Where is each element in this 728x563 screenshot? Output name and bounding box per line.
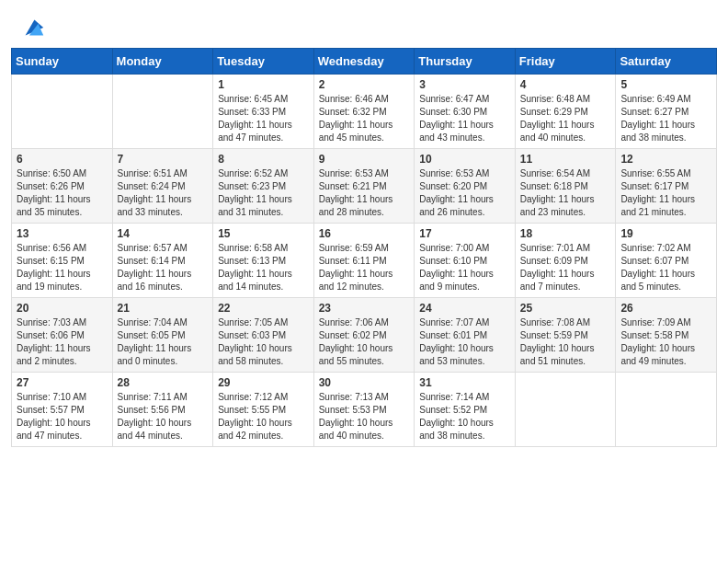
- calendar-cell: 23Sunrise: 7:06 AM Sunset: 6:02 PM Dayli…: [313, 298, 415, 373]
- day-number: 5: [620, 78, 711, 91]
- calendar-cell: 26Sunrise: 7:09 AM Sunset: 5:58 PM Dayli…: [616, 298, 717, 373]
- week-row-1: 1Sunrise: 6:45 AM Sunset: 6:33 PM Daylig…: [12, 75, 717, 149]
- weekday-header-monday: Monday: [112, 49, 213, 75]
- day-number: 10: [419, 153, 510, 166]
- day-number: 3: [419, 78, 510, 91]
- weekday-header-saturday: Saturday: [616, 49, 717, 75]
- day-number: 15: [218, 227, 309, 240]
- calendar-cell: [616, 373, 717, 447]
- calendar-cell: 29Sunrise: 7:12 AM Sunset: 5:55 PM Dayli…: [213, 373, 314, 447]
- day-info: Sunrise: 6:58 AM Sunset: 6:13 PM Dayligh…: [218, 242, 309, 293]
- weekday-header-wednesday: Wednesday: [313, 49, 415, 75]
- calendar-cell: 2Sunrise: 6:46 AM Sunset: 6:32 PM Daylig…: [313, 75, 415, 149]
- header: [0, 0, 728, 48]
- week-row-4: 20Sunrise: 7:03 AM Sunset: 6:06 PM Dayli…: [12, 298, 717, 373]
- calendar-cell: [515, 373, 616, 447]
- day-number: 22: [218, 302, 309, 315]
- day-number: 6: [17, 153, 108, 166]
- day-number: 23: [319, 302, 410, 315]
- day-number: 11: [520, 153, 611, 166]
- calendar-cell: 11Sunrise: 6:54 AM Sunset: 6:18 PM Dayli…: [515, 149, 616, 224]
- day-info: Sunrise: 7:14 AM Sunset: 5:52 PM Dayligh…: [419, 391, 510, 442]
- weekday-header-friday: Friday: [515, 49, 616, 75]
- day-info: Sunrise: 7:00 AM Sunset: 6:10 PM Dayligh…: [419, 242, 510, 293]
- day-info: Sunrise: 7:06 AM Sunset: 6:02 PM Dayligh…: [319, 316, 410, 368]
- day-info: Sunrise: 6:53 AM Sunset: 6:21 PM Dayligh…: [319, 167, 410, 219]
- week-row-3: 13Sunrise: 6:56 AM Sunset: 6:15 PM Dayli…: [12, 224, 717, 298]
- day-info: Sunrise: 6:45 AM Sunset: 6:33 PM Dayligh…: [218, 93, 309, 144]
- day-info: Sunrise: 6:53 AM Sunset: 6:20 PM Dayligh…: [419, 167, 510, 219]
- calendar-wrapper: SundayMondayTuesdayWednesdayThursdayFrid…: [0, 48, 728, 458]
- calendar-cell: 13Sunrise: 6:56 AM Sunset: 6:15 PM Dayli…: [12, 224, 113, 298]
- calendar-cell: 5Sunrise: 6:49 AM Sunset: 6:27 PM Daylig…: [616, 75, 717, 149]
- day-info: Sunrise: 6:51 AM Sunset: 6:24 PM Dayligh…: [118, 167, 209, 219]
- calendar-cell: 24Sunrise: 7:07 AM Sunset: 6:01 PM Dayli…: [415, 298, 516, 373]
- calendar-cell: 19Sunrise: 7:02 AM Sunset: 6:07 PM Dayli…: [616, 224, 717, 298]
- calendar-cell: 15Sunrise: 6:58 AM Sunset: 6:13 PM Dayli…: [213, 224, 314, 298]
- calendar-cell: [12, 75, 113, 149]
- calendar-cell: 12Sunrise: 6:55 AM Sunset: 6:17 PM Dayli…: [616, 149, 717, 224]
- day-info: Sunrise: 7:10 AM Sunset: 5:57 PM Dayligh…: [17, 391, 108, 442]
- calendar-cell: 10Sunrise: 6:53 AM Sunset: 6:20 PM Dayli…: [415, 149, 516, 224]
- week-row-5: 27Sunrise: 7:10 AM Sunset: 5:57 PM Dayli…: [12, 373, 717, 447]
- calendar-cell: 8Sunrise: 6:52 AM Sunset: 6:23 PM Daylig…: [213, 149, 314, 224]
- day-info: Sunrise: 6:59 AM Sunset: 6:11 PM Dayligh…: [319, 242, 410, 293]
- day-info: Sunrise: 7:02 AM Sunset: 6:07 PM Dayligh…: [620, 242, 711, 293]
- day-info: Sunrise: 6:47 AM Sunset: 6:30 PM Dayligh…: [419, 93, 510, 144]
- calendar-cell: 31Sunrise: 7:14 AM Sunset: 5:52 PM Dayli…: [415, 373, 516, 447]
- day-number: 19: [620, 227, 711, 240]
- day-info: Sunrise: 7:04 AM Sunset: 6:05 PM Dayligh…: [118, 316, 209, 368]
- day-info: Sunrise: 7:09 AM Sunset: 5:58 PM Dayligh…: [620, 316, 711, 368]
- day-number: 25: [520, 302, 611, 315]
- calendar-cell: 9Sunrise: 6:53 AM Sunset: 6:21 PM Daylig…: [313, 149, 415, 224]
- day-info: Sunrise: 6:46 AM Sunset: 6:32 PM Dayligh…: [319, 93, 410, 144]
- day-number: 2: [319, 78, 410, 91]
- calendar-cell: 20Sunrise: 7:03 AM Sunset: 6:06 PM Dayli…: [12, 298, 113, 373]
- day-info: Sunrise: 6:52 AM Sunset: 6:23 PM Dayligh…: [218, 167, 309, 219]
- calendar-cell: 14Sunrise: 6:57 AM Sunset: 6:14 PM Dayli…: [112, 224, 213, 298]
- day-info: Sunrise: 7:07 AM Sunset: 6:01 PM Dayligh…: [419, 316, 510, 368]
- day-number: 29: [218, 376, 309, 389]
- calendar-cell: 22Sunrise: 7:05 AM Sunset: 6:03 PM Dayli…: [213, 298, 314, 373]
- day-info: Sunrise: 6:54 AM Sunset: 6:18 PM Dayligh…: [520, 167, 611, 219]
- day-number: 8: [218, 153, 309, 166]
- day-number: 27: [17, 376, 108, 389]
- calendar-cell: 6Sunrise: 6:50 AM Sunset: 6:26 PM Daylig…: [12, 149, 113, 224]
- calendar-cell: 4Sunrise: 6:48 AM Sunset: 6:29 PM Daylig…: [515, 75, 616, 149]
- day-info: Sunrise: 6:57 AM Sunset: 6:14 PM Dayligh…: [118, 242, 209, 293]
- calendar-cell: 7Sunrise: 6:51 AM Sunset: 6:24 PM Daylig…: [112, 149, 213, 224]
- day-info: Sunrise: 6:49 AM Sunset: 6:27 PM Dayligh…: [620, 93, 711, 144]
- calendar-cell: 3Sunrise: 6:47 AM Sunset: 6:30 PM Daylig…: [415, 75, 516, 149]
- day-number: 16: [319, 227, 410, 240]
- day-number: 24: [419, 302, 510, 315]
- day-number: 28: [118, 376, 209, 389]
- day-info: Sunrise: 6:48 AM Sunset: 6:29 PM Dayligh…: [520, 93, 611, 144]
- calendar-cell: 17Sunrise: 7:00 AM Sunset: 6:10 PM Dayli…: [415, 224, 516, 298]
- weekday-header-thursday: Thursday: [415, 49, 516, 75]
- day-number: 13: [17, 227, 108, 240]
- day-number: 17: [419, 227, 510, 240]
- calendar-cell: 21Sunrise: 7:04 AM Sunset: 6:05 PM Dayli…: [112, 298, 213, 373]
- calendar-cell: 28Sunrise: 7:11 AM Sunset: 5:56 PM Dayli…: [112, 373, 213, 447]
- day-info: Sunrise: 7:12 AM Sunset: 5:55 PM Dayligh…: [218, 391, 309, 442]
- calendar-cell: 1Sunrise: 6:45 AM Sunset: 6:33 PM Daylig…: [213, 75, 314, 149]
- day-info: Sunrise: 7:11 AM Sunset: 5:56 PM Dayligh…: [118, 391, 209, 442]
- day-number: 18: [520, 227, 611, 240]
- page: SundayMondayTuesdayWednesdayThursdayFrid…: [0, 0, 728, 563]
- calendar-cell: 18Sunrise: 7:01 AM Sunset: 6:09 PM Dayli…: [515, 224, 616, 298]
- logo-icon: [20, 15, 46, 40]
- day-number: 21: [118, 302, 209, 315]
- day-number: 26: [620, 302, 711, 315]
- calendar-cell: [112, 75, 213, 149]
- calendar-table: SundayMondayTuesdayWednesdayThursdayFrid…: [11, 48, 717, 447]
- day-info: Sunrise: 7:08 AM Sunset: 5:59 PM Dayligh…: [520, 316, 611, 368]
- day-info: Sunrise: 7:01 AM Sunset: 6:09 PM Dayligh…: [520, 242, 611, 293]
- day-number: 30: [319, 376, 410, 389]
- day-number: 7: [118, 153, 209, 166]
- day-number: 20: [17, 302, 108, 315]
- weekday-header-sunday: Sunday: [12, 49, 113, 75]
- day-number: 14: [118, 227, 209, 240]
- calendar-cell: 25Sunrise: 7:08 AM Sunset: 5:59 PM Dayli…: [515, 298, 616, 373]
- day-number: 31: [419, 376, 510, 389]
- day-info: Sunrise: 7:05 AM Sunset: 6:03 PM Dayligh…: [218, 316, 309, 368]
